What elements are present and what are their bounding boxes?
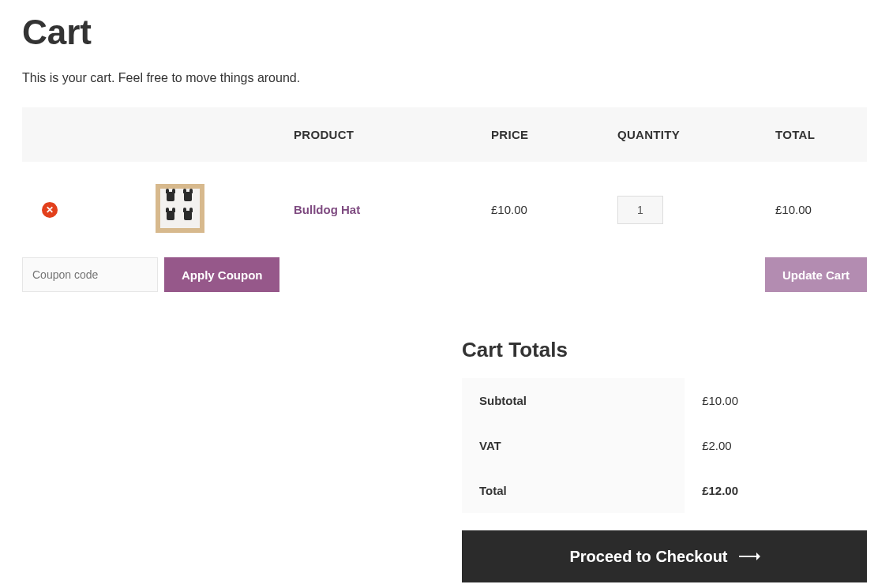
col-remove bbox=[22, 107, 77, 162]
checkout-label: Proceed to Checkout bbox=[569, 548, 727, 566]
col-price: PRICE bbox=[480, 107, 606, 162]
update-cart-button[interactable]: Update Cart bbox=[765, 257, 867, 292]
col-total: TOTAL bbox=[764, 107, 867, 162]
product-thumbnail[interactable] bbox=[156, 184, 204, 233]
total-row: Total £12.00 bbox=[462, 468, 867, 513]
totals-table: Subtotal £10.00 VAT £2.00 Total £12.00 bbox=[462, 378, 867, 513]
vat-value: £2.00 bbox=[685, 423, 867, 468]
remove-item-button[interactable]: ✕ bbox=[42, 202, 58, 218]
cart-totals: Cart Totals Subtotal £10.00 VAT £2.00 To… bbox=[462, 338, 867, 582]
subtotal-label: Subtotal bbox=[462, 378, 685, 423]
col-product: PRODUCT bbox=[283, 107, 480, 162]
subtotal-value: £10.00 bbox=[685, 378, 867, 423]
apply-coupon-button[interactable]: Apply Coupon bbox=[164, 257, 279, 292]
item-price: £10.00 bbox=[480, 162, 606, 257]
cart-actions: Apply Coupon Update Cart bbox=[22, 257, 867, 292]
cart-totals-heading: Cart Totals bbox=[462, 338, 867, 362]
coupon-input[interactable] bbox=[22, 257, 158, 292]
product-link[interactable]: Bulldog Hat bbox=[294, 203, 360, 216]
proceed-to-checkout-button[interactable]: Proceed to Checkout bbox=[462, 530, 867, 582]
vat-row: VAT £2.00 bbox=[462, 423, 867, 468]
quantity-input[interactable] bbox=[617, 196, 663, 224]
col-thumbnail bbox=[77, 107, 283, 162]
subtotal-row: Subtotal £10.00 bbox=[462, 378, 867, 423]
vat-label: VAT bbox=[462, 423, 685, 468]
cart-table: PRODUCT PRICE QUANTITY TOTAL ✕ bbox=[22, 107, 867, 257]
item-total: £10.00 bbox=[764, 162, 867, 257]
cart-description: This is your cart. Feel free to move thi… bbox=[22, 71, 867, 85]
arrow-right-icon bbox=[739, 556, 760, 557]
col-quantity: QUANTITY bbox=[606, 107, 764, 162]
page-title: Cart bbox=[22, 13, 867, 52]
close-icon: ✕ bbox=[46, 204, 54, 215]
total-value: £12.00 bbox=[685, 468, 867, 513]
total-label: Total bbox=[462, 468, 685, 513]
cart-row: ✕ Bulldog Hat £10.00 bbox=[22, 162, 867, 257]
